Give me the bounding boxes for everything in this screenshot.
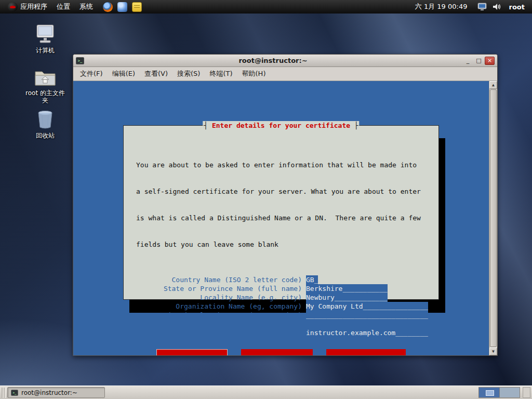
volume-icon[interactable] [491,2,502,11]
scroll-thumb[interactable] [490,89,497,347]
places-menu-label: 位置 [57,2,70,11]
terminal-scrollbar[interactable]: ▲ ▼ [489,81,497,355]
display-status-icon[interactable] [477,2,487,11]
scroll-up-button[interactable]: ▲ [489,81,497,89]
terminal-task-icon: >_ [11,390,18,396]
dialog-fields: Country Name (ISO 2 letter code) GB_ Sta… [124,275,438,337]
field-row: State or Province Name (full name) Berks… [124,284,438,293]
dialog-body-line: fields but you can leave some blank [136,240,426,249]
panel-clock[interactable]: 六 1月 19 00:49 [415,2,468,11]
notes-launcher-icon[interactable] [132,2,142,12]
desktop-icon-home[interactable]: root 的主文件夹 [23,65,68,104]
next-button[interactable]: Next [156,349,228,355]
menu-view[interactable]: 查看(V) [140,67,172,81]
menu-search[interactable]: 搜索(S) [172,67,205,81]
back-button[interactable]: Back [241,349,313,355]
username-label[interactable]: root [509,3,525,11]
applications-menu-label: 应用程序 [20,2,47,11]
trash-icon [23,108,68,130]
computer-icon [23,23,68,45]
org-unit-field[interactable]: ______________________________ [306,311,428,320]
terminal-screen[interactable]: Enter details for your certificate You a… [73,81,497,355]
desktop-icon-computer[interactable]: 计算机 [23,23,68,54]
org-unit-field-label: Organizational Unit Name (eg, section) [124,311,302,320]
close-button[interactable]: × [485,57,495,65]
browser-globe-launcher-icon[interactable] [117,2,127,12]
home-folder-icon [23,65,68,87]
top-panel: 应用程序 位置 系统 六 1月 19 00:49 root [0,0,532,14]
workspace-2[interactable] [499,388,520,397]
system-menu[interactable]: 系统 [75,0,98,14]
dialog-body-line: You are about to be asked to enter infor… [136,161,426,169]
workspace-switcher [478,387,520,398]
country-field[interactable]: GB_ [306,275,318,284]
window-titlebar[interactable]: >_ root@instructor:~ _ □ × [73,55,497,67]
dialog-buttons: Next Back Cancel [124,349,438,355]
firefox-launcher-icon[interactable] [103,2,113,12]
minimize-button[interactable]: _ [463,57,473,65]
field-row: Locality Name (e.g. city) Newbury_______… [124,293,438,302]
field-row: Common Name (fully qualified domain name… [124,328,438,337]
menu-edit[interactable]: 编辑(E) [108,67,140,81]
dialog-body-line: a self-signed certificate for your serve… [136,187,426,196]
locality-field[interactable]: Newbury_____________ [306,293,388,302]
workspace-1[interactable] [479,388,499,397]
field-row: Organization Name (eg, company) My Compa… [124,302,438,311]
menu-help[interactable]: 帮助(H) [237,67,271,81]
taskbar: >_ root@instructor:~ [0,385,532,399]
scroll-down-button[interactable]: ▼ [489,348,497,355]
desktop-icon-trash[interactable]: 回收站 [23,108,68,139]
terminal-task-button[interactable]: >_ root@instructor:~ [7,387,105,398]
cancel-button[interactable]: Cancel [326,349,406,355]
window-list-grip[interactable] [2,388,6,398]
organization-field-label: Organization Name (eg, company) [124,302,302,311]
window-title: root@instructor:~ [84,57,462,64]
locality-field-label: Locality Name (e.g. city) [124,293,302,302]
panel-corner-applet[interactable] [523,387,530,398]
desktop-icon-label: root 的主文件夹 [23,89,68,104]
terminal-task-label: root@instructor:~ [21,389,77,396]
common-name-field[interactable]: instructor.example.com________ [306,328,428,337]
desktop-icon-label: 回收站 [23,132,68,139]
country-field-label: Country Name (ISO 2 letter code) [124,275,302,284]
dialog-body-text: You are about to be asked to enter infor… [124,143,438,267]
certificate-dialog: Enter details for your certificate You a… [123,125,439,300]
menu-file[interactable]: 文件(F) [75,67,108,81]
field-row: Country Name (ISO 2 letter code) GB_ [124,275,438,284]
dialog-body-line: is what is called a Distinguished Name o… [136,214,426,222]
desktop-icon-label: 计算机 [23,47,68,54]
maximize-button[interactable]: □ [474,57,484,65]
organization-field[interactable]: My Company Ltd________________ [306,302,428,311]
terminal-menubar: 文件(F) 编辑(E) 查看(V) 搜索(S) 终端(T) 帮助(H) [73,67,497,81]
state-field-label: State or Province Name (full name) [124,284,302,293]
state-field[interactable]: Berkshire___________ [306,284,388,293]
terminal-window-icon[interactable]: >_ [76,57,84,64]
applications-menu[interactable]: 应用程序 [3,0,52,14]
system-menu-label: 系统 [79,2,93,11]
dialog-title: Enter details for your certificate [203,121,359,130]
field-row: Organizational Unit Name (eg, section) _… [124,311,438,320]
places-menu[interactable]: 位置 [52,0,75,14]
menu-terminal[interactable]: 终端(T) [205,67,237,81]
terminal-window: >_ root@instructor:~ _ □ × 文件(F) 编辑(E) 查… [73,54,498,356]
common-name-field-label: Common Name (fully qualified domain name… [124,328,302,337]
panel-launchers [103,2,142,12]
distro-logo-icon [8,2,18,12]
